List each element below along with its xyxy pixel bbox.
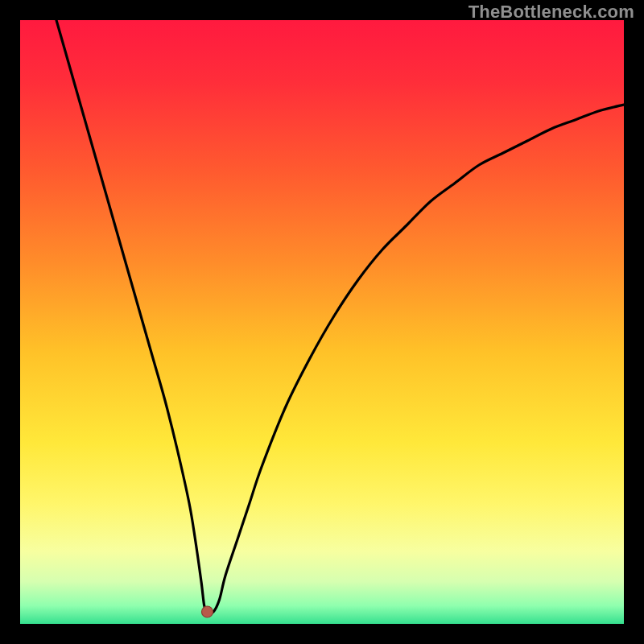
bottleneck-chart — [20, 20, 624, 624]
chart-background — [20, 20, 624, 624]
chart-frame: { "watermark": "TheBottleneck.com", "col… — [0, 0, 644, 644]
minimum-marker-dot — [202, 606, 213, 617]
